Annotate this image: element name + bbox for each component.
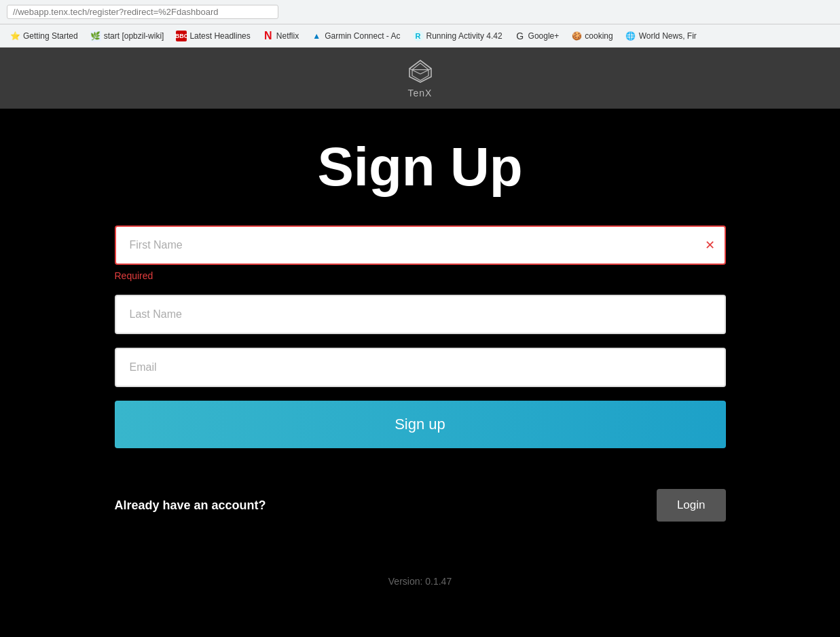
account-row: Already have an account? Login (115, 489, 726, 522)
bookmark-wiki[interactable]: 🌿 start [opbzil-wiki] (85, 29, 170, 43)
tenx-logo-icon (407, 58, 434, 85)
email-input[interactable] (115, 348, 726, 387)
bookmark-netflix[interactable]: N Netflix (257, 29, 304, 43)
email-wrapper (115, 348, 726, 387)
signup-form: ✕ Required Sign up Already have an accou… (115, 225, 726, 522)
cooking-icon: 🍪 (571, 31, 582, 41)
bookmark-getting-started-label: Getting Started (23, 31, 78, 41)
first-name-wrapper: ✕ (115, 225, 726, 265)
bookmark-garmin-label: Garmin Connect - Ac (325, 31, 400, 41)
bookmark-bbc-label: Latest Headlines (189, 31, 250, 41)
logo-text: TenX (408, 88, 433, 98)
login-button[interactable]: Login (657, 489, 726, 522)
bookmark-google-label: Google+ (528, 31, 560, 41)
page-title: Sign Up (317, 136, 522, 198)
browser-address-bar: //webapp.tenx.tech/register?redirect=%2F… (0, 0, 840, 24)
last-name-input[interactable] (115, 295, 726, 334)
bbc-icon: BBC (176, 31, 187, 41)
svg-marker-1 (412, 63, 428, 81)
url-bar[interactable]: //webapp.tenx.tech/register?redirect=%2F… (7, 5, 278, 19)
bookmark-garmin[interactable]: ▲ Garmin Connect - Ac (306, 29, 405, 43)
clear-first-name-icon[interactable]: ✕ (705, 238, 715, 253)
url-path: /register?redirect=%2Fdashboard (87, 7, 218, 17)
url-protocol: //webapp.tenx.tech (13, 7, 87, 17)
sign-up-button[interactable]: Sign up (115, 401, 726, 448)
bookmarks-bar: ⭐ Getting Started 🌿 start [opbzil-wiki] … (0, 24, 840, 48)
google-icon: G (515, 31, 526, 41)
running-icon: R (413, 31, 424, 41)
site-header: TenX (0, 48, 840, 109)
first-name-error: Required (115, 270, 726, 281)
bookmark-cooking[interactable]: 🍪 cooking (566, 29, 618, 43)
bookmark-cooking-label: cooking (585, 31, 613, 41)
svg-marker-0 (409, 60, 431, 82)
version-text: Version: 0.1.47 (388, 576, 452, 587)
bookmark-netflix-label: Netflix (276, 31, 299, 41)
logo-container: TenX (407, 58, 434, 98)
bookmark-bbc[interactable]: BBC Latest Headlines (170, 29, 255, 43)
main-content: Sign Up ✕ Required Sign up Already have … (0, 109, 840, 627)
getting-started-icon: ⭐ (10, 31, 20, 41)
world-icon: 🌐 (625, 31, 636, 41)
bookmark-google[interactable]: G Google+ (509, 29, 565, 43)
last-name-wrapper (115, 295, 726, 334)
garmin-icon: ▲ (311, 31, 322, 41)
netflix-icon: N (263, 31, 274, 41)
bookmark-wiki-label: start [opbzil-wiki] (104, 31, 164, 41)
bookmark-getting-started[interactable]: ⭐ Getting Started (4, 29, 84, 43)
bookmark-world-label: World News, Fir (639, 31, 697, 41)
bookmark-world[interactable]: 🌐 World News, Fir (620, 29, 702, 43)
wiki-icon: 🌿 (90, 31, 101, 41)
bookmark-running[interactable]: R Running Activity 4.42 (407, 29, 508, 43)
bookmark-running-label: Running Activity 4.42 (426, 31, 503, 41)
already-account-text: Already have an account? (115, 498, 266, 513)
first-name-input[interactable] (115, 225, 726, 265)
